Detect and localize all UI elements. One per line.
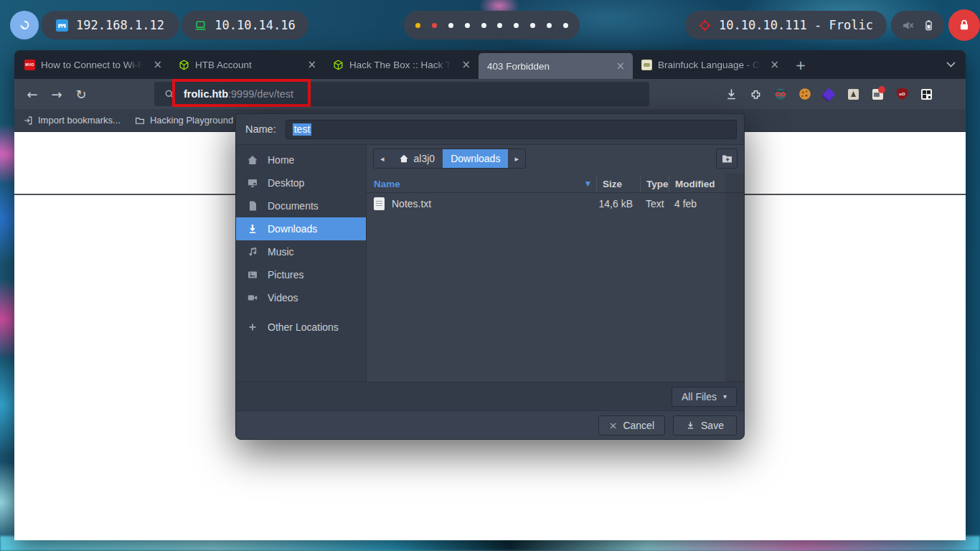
workspace-dot[interactable]	[514, 23, 519, 28]
back-button[interactable]: ←	[20, 87, 44, 102]
sidebar-item-documents[interactable]: Documents	[236, 194, 366, 217]
tab-title: How to Connect to Wi-Fi Th	[41, 60, 145, 70]
target-ip-widget[interactable]: 10.10.10.111 - Frolic	[685, 11, 887, 39]
workspace-dot[interactable]	[530, 23, 535, 28]
toolbar-extensions: uO	[725, 79, 957, 109]
laptop-icon	[194, 19, 207, 32]
qr-extension-icon[interactable]	[920, 88, 933, 101]
jdoodle-favicon	[641, 60, 652, 70]
foxyproxy-icon[interactable]	[847, 88, 860, 101]
content-blocker-icon[interactable]	[871, 88, 885, 101]
sidebar-item-home[interactable]: Home	[236, 149, 366, 171]
filename-input[interactable]: test	[286, 120, 737, 139]
status-widget[interactable]	[891, 11, 944, 39]
workspace-dot[interactable]	[563, 23, 568, 28]
places-sidebar: Home Desktop Documents Downloads Music P…	[236, 145, 367, 382]
bookmark-import[interactable]: Import bookmarks...	[23, 115, 121, 126]
breadcrumb-home[interactable]: al3j0	[391, 149, 443, 168]
cancel-button[interactable]: × Cancel	[598, 415, 665, 435]
vpn-ip: 10.10.14.16	[215, 18, 296, 32]
tab-close-icon[interactable]: ×	[459, 58, 473, 71]
tab-htb-account[interactable]: HTB Account ×	[170, 50, 324, 79]
workspace-switcher[interactable]	[404, 11, 580, 39]
distro-swirl-icon	[17, 18, 32, 32]
column-header-name[interactable]: Name ▼	[367, 175, 596, 192]
workspace-dot[interactable]	[465, 23, 470, 28]
tab-brainfuck[interactable]: Brainfuck Language - Onlin ×	[633, 50, 787, 79]
workspace-dot[interactable]	[481, 23, 486, 28]
column-header-modified[interactable]: Modified	[669, 175, 744, 192]
tab-close-icon[interactable]: ×	[768, 58, 781, 71]
new-folder-button[interactable]	[716, 149, 738, 169]
name-label: Name:	[245, 123, 276, 135]
tab-list-chevron-icon[interactable]	[946, 50, 956, 79]
crosshair-icon	[699, 19, 711, 32]
tab-wifi-article[interactable]: MUO How to Connect to Wi-Fi Th ×	[16, 50, 170, 79]
bookmark-label: Hacking Playground	[150, 115, 233, 126]
battery-icon	[923, 19, 934, 32]
save-button[interactable]: Save	[673, 415, 737, 435]
tab-close-icon[interactable]: ×	[613, 60, 627, 72]
column-header-size[interactable]: Size	[596, 175, 640, 192]
workspace-dot[interactable]	[448, 23, 453, 28]
vpn-ip-widget[interactable]: 10.10.14.16	[182, 11, 308, 39]
tab-close-icon[interactable]: ×	[151, 58, 164, 71]
target-ip: 10.10.10.111 - Frolic	[719, 18, 873, 32]
workspace-dot[interactable]	[497, 23, 502, 28]
sidebar-item-videos[interactable]: Videos	[236, 286, 366, 309]
app-launcher-button[interactable]	[10, 11, 39, 39]
screen-lock-button[interactable]	[948, 9, 980, 41]
ethernet-ip: 192.168.1.12	[76, 18, 164, 32]
ublock-origin-icon[interactable]: uO	[895, 88, 909, 101]
hacktools-icon[interactable]	[773, 88, 787, 101]
workspace-dot[interactable]	[415, 23, 420, 28]
sidebar-item-pictures[interactable]: Pictures	[236, 263, 366, 286]
muo-favicon: MUO	[24, 60, 35, 70]
ethernet-icon	[56, 19, 68, 32]
sidebar-item-downloads[interactable]: Downloads	[236, 217, 366, 240]
reload-button[interactable]: ↻	[69, 87, 93, 102]
tab-hackthebox[interactable]: Hack The Box :: Hack The B ×	[324, 50, 479, 79]
tab-title: Brainfuck Language - Onlin	[658, 60, 762, 70]
forward-button[interactable]: →	[44, 87, 69, 102]
sidebar-item-music[interactable]: Music	[236, 240, 366, 263]
tab-title: HTB Account	[195, 60, 299, 70]
wappalyzer-icon[interactable]	[822, 88, 836, 101]
column-header-type[interactable]: Type	[640, 175, 669, 192]
breadcrumb-forward-icon[interactable]: ▸	[508, 149, 525, 168]
new-tab-button[interactable]: +	[787, 50, 814, 79]
ethernet-ip-widget[interactable]: 192.168.1.12	[41, 11, 179, 39]
sort-descending-icon: ▼	[585, 180, 590, 187]
file-type-filter-dropdown[interactable]: All Files ▾	[672, 387, 737, 407]
file-row-notes-txt[interactable]: Notes.txt 14,6 kB Text 4 feb	[367, 193, 744, 214]
top-panel: 192.168.1.12 10.10.14.16 10.10.10.111 - …	[0, 0, 980, 50]
sidebar-item-desktop[interactable]: Desktop	[236, 171, 366, 194]
menu-hamburger-icon[interactable]	[944, 88, 957, 101]
file-size: 14,6 kB	[596, 198, 640, 209]
dialog-action-row: × Cancel Save	[236, 410, 744, 439]
tab-403-forbidden[interactable]: 403 Forbidden ×	[479, 53, 633, 79]
dropdown-arrow-icon: ▾	[723, 392, 727, 400]
save-file-dialog: Name: test Home Desktop Documents Downlo…	[235, 113, 745, 440]
workspace-dot[interactable]	[432, 23, 437, 28]
dialog-name-row: Name: test	[236, 114, 744, 144]
workspace-dot[interactable]	[547, 23, 552, 28]
save-download-icon	[686, 420, 695, 430]
lock-icon	[958, 19, 971, 32]
cookie-editor-icon[interactable]	[798, 88, 811, 101]
audio-muted-icon	[902, 19, 914, 32]
extensions-puzzle-icon[interactable]	[749, 88, 763, 101]
tab-bar: MUO How to Connect to Wi-Fi Th × HTB Acc…	[14, 50, 966, 79]
downloads-icon[interactable]	[725, 88, 738, 101]
bookmark-label: Import bookmarks...	[38, 115, 121, 126]
file-type: Text	[640, 198, 669, 209]
file-list-header: Name ▼ Size Type Modified	[367, 175, 744, 193]
htb-cube-icon	[179, 60, 189, 70]
navigation-toolbar: ← → ↻ frolic.htb:9999/dev/test	[14, 79, 966, 109]
tab-close-icon[interactable]: ×	[305, 58, 319, 71]
sidebar-item-other-locations[interactable]: Other Locations	[236, 316, 366, 339]
bookmark-folder-hacking-playground[interactable]: Hacking Playground	[135, 115, 233, 126]
breadcrumb-back-icon[interactable]: ◂	[374, 149, 391, 168]
breadcrumb-downloads[interactable]: Downloads	[443, 149, 508, 168]
tab-title: Hack The Box :: Hack The B	[349, 60, 453, 70]
